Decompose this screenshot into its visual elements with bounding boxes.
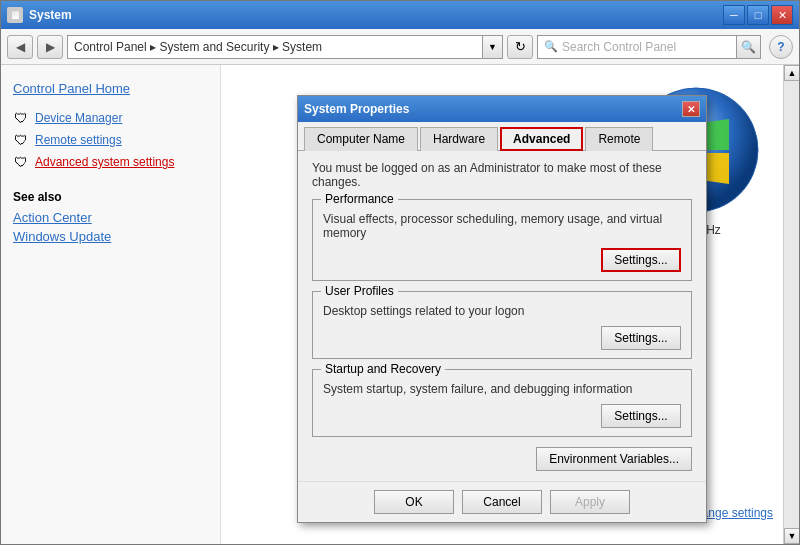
maximize-button[interactable]: □ xyxy=(747,5,769,25)
window-title: System xyxy=(29,8,72,22)
device-manager-icon: 🛡 xyxy=(13,110,29,126)
startup-recovery-group: Startup and Recovery System startup, sys… xyxy=(312,369,692,437)
tab-advanced[interactable]: Advanced xyxy=(500,127,583,151)
main-area: Control Panel Home 🛡 Device Manager 🛡 Re… xyxy=(1,65,799,544)
address-path: Control Panel ▸ System and Security ▸ Sy… xyxy=(74,40,322,54)
sidebar: Control Panel Home 🛡 Device Manager 🛡 Re… xyxy=(1,65,221,544)
scroll-up-button[interactable]: ▲ xyxy=(784,65,799,81)
dialog-note: You must be logged on as an Administrato… xyxy=(312,161,692,189)
remote-settings-icon: 🛡 xyxy=(13,132,29,148)
dialog-body: You must be logged on as an Administrato… xyxy=(298,151,706,481)
tab-bar: Computer Name Hardware Advanced Remote xyxy=(298,122,706,151)
scrollbar: ▲ ▼ xyxy=(783,65,799,544)
startup-recovery-group-title: Startup and Recovery xyxy=(321,362,445,376)
user-profiles-group: User Profiles Desktop settings related t… xyxy=(312,291,692,359)
user-profiles-description: Desktop settings related to your logon xyxy=(323,304,681,318)
search-icon: 🔍 xyxy=(544,40,558,53)
device-manager-link[interactable]: Device Manager xyxy=(35,111,122,125)
environment-variables-button[interactable]: Environment Variables... xyxy=(536,447,692,471)
cancel-button[interactable]: Cancel xyxy=(462,490,542,514)
close-button[interactable]: ✕ xyxy=(771,5,793,25)
dialog-title-bar: System Properties ✕ xyxy=(298,96,706,122)
performance-group: Performance Visual effects, processor sc… xyxy=(312,199,692,281)
env-variables-area: Environment Variables... xyxy=(312,447,692,471)
sidebar-item-device-manager[interactable]: 🛡 Device Manager xyxy=(13,110,208,126)
search-placeholder: Search Control Panel xyxy=(562,40,676,54)
sidebar-home-link[interactable]: Control Panel Home xyxy=(13,81,208,96)
address-dropdown[interactable]: ▼ xyxy=(483,35,503,59)
sidebar-item-remote-settings[interactable]: 🛡 Remote settings xyxy=(13,132,208,148)
tab-remote[interactable]: Remote xyxy=(585,127,653,151)
remote-settings-link[interactable]: Remote settings xyxy=(35,133,122,147)
address-bar: ◀ ▶ Control Panel ▸ System and Security … xyxy=(1,29,799,65)
system-properties-dialog: System Properties ✕ Computer Name Hardwa… xyxy=(297,95,707,523)
performance-group-title: Performance xyxy=(321,192,398,206)
address-field[interactable]: Control Panel ▸ System and Security ▸ Sy… xyxy=(67,35,483,59)
user-profiles-settings-button[interactable]: Settings... xyxy=(601,326,681,350)
action-center-link[interactable]: Action Center xyxy=(13,210,208,225)
main-window: 🖥 System ─ □ ✕ ◀ ▶ Control Panel ▸ Syste… xyxy=(0,0,800,545)
scroll-down-button[interactable]: ▼ xyxy=(784,528,799,544)
dialog-footer: OK Cancel Apply xyxy=(298,481,706,522)
startup-recovery-description: System startup, system failure, and debu… xyxy=(323,382,681,396)
forward-button[interactable]: ▶ xyxy=(37,35,63,59)
dialog-title: System Properties xyxy=(304,102,409,116)
windows-update-link[interactable]: Windows Update xyxy=(13,229,208,244)
ok-button[interactable]: OK xyxy=(374,490,454,514)
tab-computer-name[interactable]: Computer Name xyxy=(304,127,418,151)
window-controls: ─ □ ✕ xyxy=(723,5,793,25)
dialog-close-button[interactable]: ✕ xyxy=(682,101,700,117)
title-bar: 🖥 System ─ □ ✕ xyxy=(1,1,799,29)
performance-description: Visual effects, processor scheduling, me… xyxy=(323,212,681,240)
search-go-button[interactable]: 🔍 xyxy=(737,35,761,59)
content-area: 2.60 GHz 🛡 Change settings System Proper… xyxy=(221,65,783,544)
back-button[interactable]: ◀ xyxy=(7,35,33,59)
apply-button[interactable]: Apply xyxy=(550,490,630,514)
search-box[interactable]: 🔍 Search Control Panel xyxy=(537,35,737,59)
help-button[interactable]: ? xyxy=(769,35,793,59)
window-icon: 🖥 xyxy=(7,7,23,23)
tab-hardware[interactable]: Hardware xyxy=(420,127,498,151)
advanced-settings-icon: 🛡 xyxy=(13,154,29,170)
sidebar-item-advanced-system-settings[interactable]: 🛡 Advanced system settings xyxy=(13,154,208,170)
advanced-settings-link[interactable]: Advanced system settings xyxy=(35,155,174,169)
performance-settings-button[interactable]: Settings... xyxy=(601,248,681,272)
user-profiles-group-title: User Profiles xyxy=(321,284,398,298)
modal-overlay: System Properties ✕ Computer Name Hardwa… xyxy=(221,65,783,544)
minimize-button[interactable]: ─ xyxy=(723,5,745,25)
refresh-button[interactable]: ↻ xyxy=(507,35,533,59)
scroll-track[interactable] xyxy=(784,81,799,528)
startup-recovery-settings-button[interactable]: Settings... xyxy=(601,404,681,428)
see-also-title: See also xyxy=(13,190,208,204)
